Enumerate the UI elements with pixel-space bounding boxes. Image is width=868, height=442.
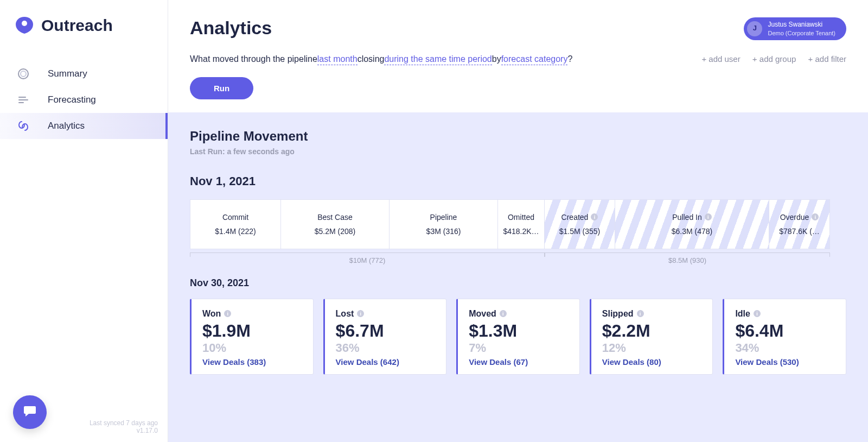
category-value: $1.5M (355) bbox=[559, 227, 600, 236]
outcome-card: Idlei$6.4M34%View Deals (530) bbox=[723, 299, 846, 375]
svg-point-2 bbox=[21, 71, 26, 77]
outcome-amount: $6.7M bbox=[336, 321, 436, 341]
category-label: Omitted bbox=[508, 213, 534, 222]
outcome-card: Woni$1.9M10%View Deals (383) bbox=[190, 299, 314, 375]
category-cell[interactable]: Overduei$787.6K (… bbox=[769, 199, 830, 249]
outcome-amount: $1.3M bbox=[469, 321, 569, 341]
outcome-percent: 10% bbox=[202, 341, 302, 355]
view-deals-link[interactable]: View Deals (80) bbox=[602, 357, 702, 367]
report-title: Pipeline Movement bbox=[190, 129, 846, 144]
sidebar-item-forecasting[interactable]: Forecasting bbox=[0, 87, 168, 113]
header: Analytics J Justus Swaniawski Demo (Corp… bbox=[168, 0, 868, 40]
outcome-amount: $1.9M bbox=[202, 321, 302, 341]
start-date: Nov 1, 2021 bbox=[190, 174, 846, 188]
category-total-left: $10M (772) bbox=[190, 252, 545, 264]
category-label: Createdi bbox=[561, 213, 598, 222]
sidebar-item-label: Forecasting bbox=[48, 94, 96, 105]
outcome-label: Woni bbox=[202, 309, 302, 319]
category-cell[interactable]: Pulled Ini$6.3M (478) bbox=[615, 199, 769, 249]
info-icon: i bbox=[705, 213, 712, 220]
sidebar-item-label: Analytics bbox=[48, 121, 85, 131]
category-value: $418.2K… bbox=[503, 227, 539, 236]
category-value: $3M (316) bbox=[426, 227, 461, 236]
outcome-percent: 34% bbox=[735, 341, 835, 355]
sidebar-item-label: Summary bbox=[48, 68, 87, 79]
category-cell[interactable]: Omitted$418.2K… bbox=[498, 199, 545, 249]
query-token-groupby[interactable]: forecast category bbox=[501, 54, 568, 65]
sidebar-item-analytics[interactable]: Analytics bbox=[0, 113, 168, 139]
outcome-row: Woni$1.9M10%View Deals (383)Losti$6.7M36… bbox=[190, 299, 846, 375]
query-token-closing[interactable]: during the same time period bbox=[384, 54, 492, 65]
category-label: Overduei bbox=[780, 213, 819, 222]
category-label: Pipeline bbox=[430, 213, 457, 222]
outcome-amount: $6.4M bbox=[735, 321, 835, 341]
outcome-label: Losti bbox=[336, 309, 436, 319]
outcome-card: Slippedi$2.2M12%View Deals (80) bbox=[590, 299, 713, 375]
category-value: $787.6K (… bbox=[779, 227, 820, 236]
brand: Outreach bbox=[0, 0, 168, 47]
view-deals-link[interactable]: View Deals (383) bbox=[202, 357, 302, 367]
query-token-period[interactable]: last month bbox=[317, 54, 358, 65]
outcome-label: Movedi bbox=[469, 309, 569, 319]
query-text: ? bbox=[567, 54, 572, 64]
query-actions: + add user + add group + add filter bbox=[692, 54, 846, 64]
add-filter-link[interactable]: + add filter bbox=[808, 54, 846, 64]
brand-name: Outreach bbox=[41, 16, 113, 35]
user-name: Justus Swaniawski bbox=[768, 21, 835, 29]
category-cell[interactable]: Pipeline$3M (316) bbox=[390, 199, 498, 249]
category-value: $5.2M (208) bbox=[315, 227, 355, 236]
svg-point-1 bbox=[18, 69, 28, 79]
outcome-label: Slippedi bbox=[602, 309, 702, 319]
info-icon: i bbox=[591, 213, 598, 220]
add-group-link[interactable]: + add group bbox=[752, 54, 796, 64]
query-text: What moved through the pipeline bbox=[190, 54, 317, 64]
version: v1.17.0 bbox=[90, 427, 158, 434]
info-icon: i bbox=[357, 310, 364, 317]
end-date: Nov 30, 2021 bbox=[190, 277, 846, 289]
category-label: Best Case bbox=[317, 213, 353, 222]
sidebar-footer: Last synced 7 days ago v1.17.0 bbox=[90, 419, 158, 434]
run-row: Run bbox=[168, 65, 868, 112]
info-icon: i bbox=[637, 310, 644, 317]
info-icon: i bbox=[812, 213, 819, 220]
category-cell[interactable]: Commit$1.4M (222) bbox=[190, 199, 281, 249]
report: Pipeline Movement Last Run: a few second… bbox=[168, 112, 868, 442]
last-synced: Last synced 7 days ago bbox=[90, 419, 158, 427]
outcome-label: Idlei bbox=[735, 309, 835, 319]
sidebar: Outreach Summary Forecasting Analytics bbox=[0, 0, 168, 442]
outcome-amount: $2.2M bbox=[602, 321, 702, 341]
nav: Summary Forecasting Analytics bbox=[0, 61, 168, 139]
forecasting-icon bbox=[16, 93, 30, 107]
add-user-link[interactable]: + add user bbox=[701, 54, 740, 64]
report-last-run: Last Run: a few seconds ago bbox=[190, 147, 846, 156]
chat-icon bbox=[22, 403, 37, 421]
view-deals-link[interactable]: View Deals (530) bbox=[735, 357, 835, 367]
category-row: Commit$1.4M (222)Best Case$5.2M (208)Pip… bbox=[190, 199, 846, 249]
view-deals-link[interactable]: View Deals (67) bbox=[469, 357, 569, 367]
query-row: What moved through the pipeline last mon… bbox=[168, 40, 868, 65]
category-totals: $10M (772)$8.5M (930) bbox=[190, 252, 846, 264]
category-value: $6.3M (478) bbox=[672, 227, 712, 236]
outcome-percent: 7% bbox=[469, 341, 569, 355]
info-icon: i bbox=[224, 310, 231, 317]
query-text: closing bbox=[358, 54, 385, 64]
svg-point-0 bbox=[22, 21, 27, 26]
summary-icon bbox=[16, 67, 30, 81]
category-cell[interactable]: Createdi$1.5M (355) bbox=[545, 199, 615, 249]
category-label: Pulled Ini bbox=[672, 213, 711, 222]
page-title: Analytics bbox=[190, 17, 272, 39]
main: Analytics J Justus Swaniawski Demo (Corp… bbox=[168, 0, 868, 442]
user-sub: Demo (Corporate Tenant) bbox=[768, 29, 835, 37]
analytics-icon bbox=[16, 119, 30, 133]
category-label: Commit bbox=[222, 213, 248, 222]
run-button[interactable]: Run bbox=[190, 77, 253, 99]
category-value: $1.4M (222) bbox=[215, 227, 256, 236]
outcome-percent: 36% bbox=[336, 341, 436, 355]
user-menu[interactable]: J Justus Swaniawski Demo (Corporate Tena… bbox=[744, 17, 846, 40]
category-cell[interactable]: Best Case$5.2M (208) bbox=[281, 199, 390, 249]
query-text: by bbox=[492, 54, 501, 64]
view-deals-link[interactable]: View Deals (642) bbox=[336, 357, 436, 367]
sidebar-item-summary[interactable]: Summary bbox=[0, 61, 168, 87]
info-icon: i bbox=[500, 310, 507, 317]
chat-fab[interactable] bbox=[13, 395, 47, 429]
